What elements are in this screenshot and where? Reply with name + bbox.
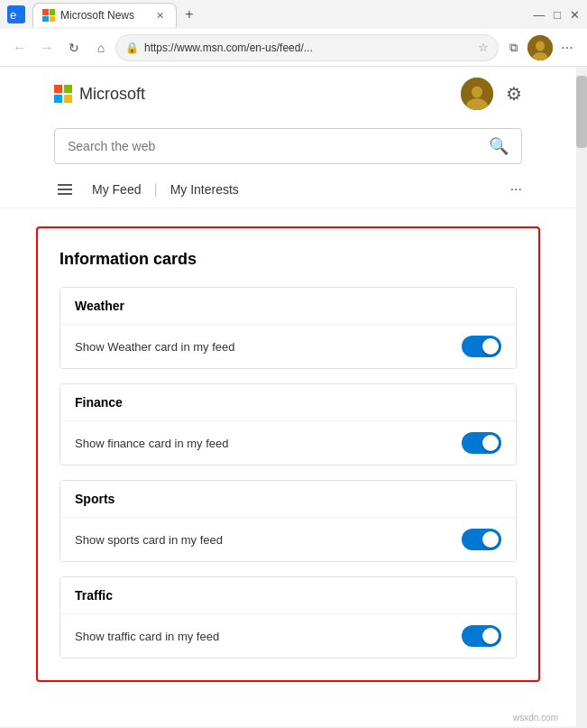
panel-title: Information cards (60, 250, 517, 269)
collections-button[interactable]: ⧉ (500, 35, 526, 60)
tab-close-icon[interactable]: ✕ (152, 8, 167, 23)
weather-card: Weather Show Weather card in my feed (60, 287, 517, 369)
forward-button[interactable]: → (34, 35, 60, 60)
maximize-button[interactable]: □ (554, 8, 561, 22)
finance-toggle-label: Show finance card in my feed (75, 437, 229, 450)
sports-card-header: Sports (60, 481, 516, 517)
sports-toggle[interactable] (462, 529, 501, 550)
msn-header: Microsoft ⚙ (0, 67, 576, 121)
refresh-button[interactable]: ↻ (61, 35, 87, 60)
close-button[interactable]: ✕ (570, 8, 580, 22)
information-cards-panel: Information cards Weather Show Weather c… (36, 226, 540, 682)
traffic-card-header: Traffic (60, 577, 516, 613)
msn-logo-text: Microsoft (79, 85, 145, 104)
nav-bar: ← → ↻ ⌂ 🔒 https://www.msn.com/en-us/feed… (0, 29, 587, 67)
svg-text:e: e (10, 8, 16, 22)
browser-window: e Microsoft News ✕ + — □ (0, 0, 587, 726)
finance-card-row: Show finance card in my feed (60, 420, 516, 465)
lock-icon: 🔒 (125, 41, 139, 54)
hamburger-menu-button[interactable] (54, 180, 76, 198)
back-button[interactable]: ← (7, 35, 32, 60)
header-user-avatar[interactable] (461, 78, 493, 110)
address-text: https://www.msn.com/en-us/feed/... (144, 41, 472, 54)
svg-point-3 (536, 41, 545, 51)
tab-bar: Microsoft News ✕ + (32, 2, 529, 27)
microsoft-logo-icon (54, 85, 72, 103)
search-section: 🔍 (0, 121, 576, 175)
favorites-icon[interactable]: ☆ (478, 41, 489, 54)
msn-logo: Microsoft (54, 85, 145, 104)
traffic-toggle-label: Show traffic card in my feed (75, 630, 219, 643)
main-content: Information cards Weather Show Weather c… (0, 208, 576, 709)
watermark: wsxdn.com (0, 709, 576, 726)
new-tab-button[interactable]: + (177, 2, 202, 27)
traffic-toggle[interactable] (462, 625, 501, 647)
sports-card: Sports Show sports card in my feed (60, 480, 517, 562)
nav-tabs: My Feed | My Interests ··· (0, 175, 576, 208)
address-bar[interactable]: 🔒 https://www.msn.com/en-us/feed/... ☆ (115, 34, 499, 61)
title-bar: e Microsoft News ✕ + — □ (0, 0, 587, 29)
sports-card-row: Show sports card in my feed (60, 517, 516, 561)
more-options-button[interactable]: ··· (555, 35, 580, 60)
weather-toggle[interactable] (462, 336, 501, 357)
user-silhouette (527, 35, 553, 60)
traffic-card: Traffic Show traffic card in my feed (60, 576, 517, 659)
header-right: ⚙ (461, 78, 522, 110)
sports-toggle-label: Show sports card in my feed (75, 533, 223, 547)
settings-icon[interactable]: ⚙ (506, 83, 522, 105)
search-input[interactable] (68, 139, 482, 153)
traffic-card-row: Show traffic card in my feed (60, 613, 516, 658)
scrollbar-track[interactable] (576, 67, 587, 728)
minimize-button[interactable]: — (533, 8, 545, 22)
search-bar[interactable]: 🔍 (54, 128, 522, 164)
finance-card: Finance Show finance card in my feed (60, 383, 517, 465)
svg-point-6 (472, 87, 482, 98)
scrollbar-thumb[interactable] (576, 76, 587, 148)
weather-card-header: Weather (60, 288, 516, 324)
weather-card-row: Show Weather card in my feed (60, 324, 516, 368)
tab-my-feed[interactable]: My Feed (81, 179, 151, 200)
favicon (42, 9, 55, 22)
tab-divider: | (153, 181, 157, 198)
weather-toggle-label: Show Weather card in my feed (75, 340, 235, 354)
browser-app-icon: e (7, 5, 25, 23)
more-dots-button[interactable]: ··· (510, 181, 522, 198)
page-content: Microsoft ⚙ 🔍 (0, 67, 587, 726)
window-controls: — □ ✕ (533, 8, 580, 22)
home-button[interactable]: ⌂ (88, 35, 114, 60)
tab-title: Microsoft News (60, 9, 134, 22)
tab-my-interests[interactable]: My Interests (160, 179, 250, 200)
finance-card-header: Finance (60, 384, 516, 420)
active-tab[interactable]: Microsoft News ✕ (32, 3, 177, 27)
user-avatar[interactable] (527, 35, 553, 60)
search-icon[interactable]: 🔍 (489, 136, 509, 156)
finance-toggle[interactable] (462, 432, 501, 454)
header-user-icon (461, 78, 493, 110)
